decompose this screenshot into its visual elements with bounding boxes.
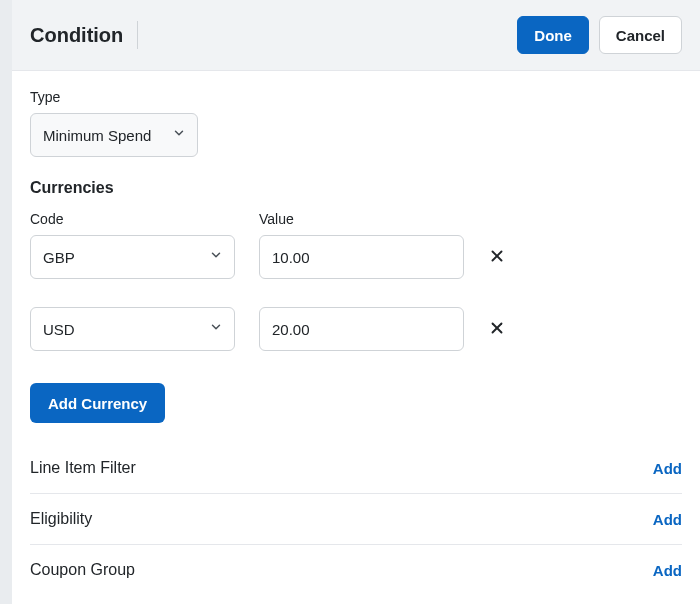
value-column-label: Value bbox=[259, 211, 464, 227]
done-button[interactable]: Done bbox=[517, 16, 589, 54]
type-select[interactable]: Minimum Spend bbox=[30, 113, 198, 157]
page-title: Condition bbox=[30, 21, 138, 49]
currency-column-headers: Code Value bbox=[30, 211, 682, 227]
add-currency-button[interactable]: Add Currency bbox=[30, 383, 165, 423]
section-row-coupon-group: Coupon Group Add bbox=[30, 545, 682, 595]
currency-value-input[interactable] bbox=[259, 307, 464, 351]
section-row-eligibility: Eligibility Add bbox=[30, 494, 682, 545]
currency-row: GBP bbox=[30, 235, 682, 279]
currencies-title: Currencies bbox=[30, 179, 682, 197]
currency-code-select[interactable]: GBP bbox=[30, 235, 235, 279]
currency-code-select[interactable]: USD bbox=[30, 307, 235, 351]
add-coupon-group-link[interactable]: Add bbox=[653, 562, 682, 579]
section-label: Eligibility bbox=[30, 510, 92, 528]
currency-row: USD bbox=[30, 307, 682, 351]
add-eligibility-link[interactable]: Add bbox=[653, 511, 682, 528]
remove-currency-button[interactable] bbox=[482, 313, 512, 346]
close-icon bbox=[488, 319, 506, 340]
type-label: Type bbox=[30, 89, 682, 105]
add-line-item-filter-link[interactable]: Add bbox=[653, 460, 682, 477]
modal-header: Condition Done Cancel bbox=[12, 0, 700, 71]
section-row-line-item-filter: Line Item Filter Add bbox=[30, 443, 682, 494]
section-label: Coupon Group bbox=[30, 561, 135, 579]
section-label: Line Item Filter bbox=[30, 459, 136, 477]
currency-value-input[interactable] bbox=[259, 235, 464, 279]
header-actions: Done Cancel bbox=[517, 16, 682, 54]
close-icon bbox=[488, 247, 506, 268]
remove-currency-button[interactable] bbox=[482, 241, 512, 274]
code-column-label: Code bbox=[30, 211, 235, 227]
cancel-button[interactable]: Cancel bbox=[599, 16, 682, 54]
